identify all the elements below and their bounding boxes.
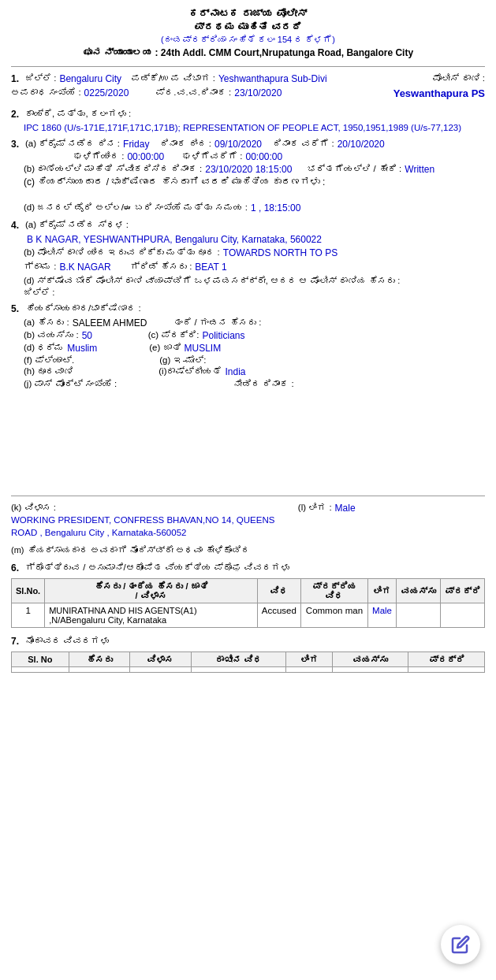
sec5d-label: (d) ಧರ್ಮ bbox=[24, 343, 64, 352]
s7-col-age: ವಯಸ್ಸು bbox=[333, 652, 408, 667]
section7-table: Sl. No ಹೆಸರು ವಿಳಾಸ ರಾಖೀನ ವಿಧ ಲಿಂಗ ವಯಸ್ಸು… bbox=[11, 651, 485, 673]
section6-table: Sl.No. ಹೆಸರು / ತಂದೆಯ ಹೆಸರು / ಜಾತಿ/ ವಿಳಾಸ… bbox=[11, 578, 485, 628]
sec1-num: 1. bbox=[11, 73, 19, 84]
sec3d-value: 1 , 18:15:00 bbox=[251, 202, 300, 213]
s7-col-type: ರಾಖೀನ ವಿಧ bbox=[191, 652, 286, 667]
col-gender: ಲಿಂಗ bbox=[368, 579, 397, 603]
sub-title: (ದಂಡಪ್ರಕ್ರಿಯಾ ಸಂಹಿತೆ ಕಲಂ 154 ರ ಕೆಳಗೆ) bbox=[11, 35, 485, 44]
divider-2 bbox=[11, 496, 485, 496]
sec4a-label: (a) ಕ್ರೈಮ್ ನಡೆದ ಸ್ಥಳ : bbox=[25, 220, 129, 229]
village-label: ಗ್ರಾಮ : bbox=[24, 262, 56, 271]
section-6: 6. ಗ್ರೊತ್ತಿರುವ / ಅಸುಮಾನಿ/ಆರೋಪಿತ ವ್ಯಕ್ತಿಯ… bbox=[11, 562, 485, 628]
sec7-heading: ನೊಂದಾವರ ವಿವರಗಳು bbox=[25, 636, 109, 645]
section6-header-row: Sl.No. ಹೆಸರು / ತಂದೆಯ ಹೆಸರು / ಜಾತಿ/ ವಿಳಾಸ… bbox=[12, 579, 485, 603]
fab-edit-button[interactable] bbox=[441, 925, 480, 964]
sec5b-label: (b) ವಯಸ್ಸು : bbox=[24, 330, 79, 340]
date-value: 23/10/2020 bbox=[234, 87, 282, 98]
division-value: Yeshwanthapura Sub-Divi bbox=[218, 73, 327, 84]
col-occ: ಪ್ರಕ್ರಿ bbox=[440, 579, 484, 603]
sec5f-label: (f) ಫ್ಲ್ಯಾಟ್. bbox=[24, 355, 74, 365]
date-label: ಪ್ರ.ವ.ವ.ದಿನಾಂಕ : bbox=[155, 87, 231, 97]
case-label: ಅಪರಾಧ ಸಂಖ್ಯೆ : bbox=[11, 87, 81, 97]
from-time-label: ಘಳಿಗೆಯಿಂದ : bbox=[74, 151, 124, 161]
sec3-num: 3. bbox=[11, 139, 19, 150]
section-1: 1. ಜಿಲ್ಲೆ : Bengaluru City ಪಡ್ಕೆ/ಉಪ ವಿಭಾ… bbox=[11, 73, 485, 99]
sec7-num: 7. bbox=[11, 636, 19, 647]
sec5h-label: (h) ದೂರವಾಣಿ bbox=[24, 366, 73, 376]
sec2-label: ಕಾಯ್ದೆ, ಪತ್ತು, ಕಲಂಗಳು : bbox=[25, 109, 131, 118]
sec6-num: 6. bbox=[11, 562, 19, 574]
col-type: ವಿಧ bbox=[257, 579, 300, 603]
col-slno: Sl.No. bbox=[12, 579, 45, 603]
from-date-label: ದಿನಾಂಕ ದಿಂದ : bbox=[160, 139, 211, 148]
to-time-value: 00:00:00 bbox=[246, 151, 283, 162]
s7-col-slno: Sl. No bbox=[12, 652, 69, 667]
nirgam-label: ನೀಡಿದ ದಿನಾಂಕ : bbox=[233, 379, 294, 388]
sec5-heading: ಹಿಯರ್ಸಾಯದಾರ/ಭಾಕ್ಷಿಣಾರ : bbox=[25, 303, 141, 313]
section7-header-row: Sl. No ಹೆಸರು ವಿಳಾಸ ರಾಖೀನ ವಿಧ ಲಿಂಗ ವಯಸ್ಸು… bbox=[12, 652, 485, 667]
sec3b-value: 23/10/2020 18:15:00 bbox=[205, 164, 292, 175]
divider-1 bbox=[11, 66, 485, 67]
sec5e-label: (e) ಜಾತಿ bbox=[149, 343, 181, 352]
sec3d-label: (d) ಜನರಲ್ ಡೈರಿ ಅಲ್ಲ/ಈ ಬರಿ ಸಂಖ್ಯೆ ಮತ್ತು ಸ… bbox=[24, 202, 248, 212]
sec4a-value: B K NAGAR, YESHWANTHPURA, Bengaluru City… bbox=[11, 234, 485, 245]
sec3a-label: (a) ಕ್ರೈಮ್ ನಡೆದ ದಿನ : bbox=[25, 139, 120, 148]
sec5k-label: (k) ವಿಳಾಸ : bbox=[11, 503, 56, 512]
col-name: ಹೆಸರು / ತಂದೆಯ ಹೆಸರು / ಜಾತಿ/ ವಿಳಾಸ bbox=[45, 579, 258, 603]
sec5-num: 5. bbox=[11, 303, 19, 314]
sec4b-value: TOWARDS NORTH TO PS bbox=[223, 247, 338, 258]
sec3c-label: (c) ಹಿಯರ್ಸಾಯದಾರ / ಭಾಕ್ಷಿಣಾರ ಹೆಸರಾಗಿ ವರದಿ… bbox=[11, 176, 485, 187]
s7-col-address: ವಿಳಾಸ bbox=[130, 652, 192, 667]
sec5j-label: (j) ಪಾಸ್ ಪೋರ್ಟ್ ಸಂಖ್ಯೆ : bbox=[24, 379, 117, 388]
s7-col-name: ಹೆಸರು bbox=[69, 652, 130, 667]
city-value: Bengaluru City bbox=[59, 73, 121, 84]
section-5-continued: (k) ವಿಳಾಸ : WORKING PRESIDENT, CONFRESS … bbox=[11, 503, 485, 555]
beat-label: ಗ್ರಿಡ್ ಹೆಸರು : bbox=[130, 262, 192, 271]
logo-text: ಕರ್ನಾಟಕ ರಾಜ್ಯ ಪೊಲೀಸ್ bbox=[11, 8, 485, 20]
sec5c-label: (c) ಪ್ರಕ್ರಿ: bbox=[148, 330, 200, 340]
from-date-value: 09/10/2020 bbox=[214, 139, 262, 150]
case-value: 0225/2020 bbox=[84, 87, 129, 98]
s7-col-occ: ಪ್ರಕ್ರಿ bbox=[408, 652, 485, 667]
sec5g-label: (g) ಇ-ಮೇಲ್: bbox=[159, 355, 206, 365]
section-3: 3. (a) ಕ್ರೈಮ್ ನಡೆದ ದಿನ : Friday ದಿನಾಂಕ ದ… bbox=[11, 139, 485, 213]
sec3-day: Friday bbox=[123, 139, 149, 150]
to-date-value: 20/10/2020 bbox=[338, 139, 385, 150]
sec5a-value: SALEEM AHMED bbox=[73, 317, 147, 329]
main-title: ಪ್ರಥಮ ಮಾಹಿತಿ ವರದಿ bbox=[11, 21, 485, 33]
sec2-num: 2. bbox=[11, 109, 19, 120]
ps-value: Yeswanthapura PS bbox=[393, 87, 485, 99]
sec4-num: 4. bbox=[11, 220, 19, 231]
table-row: 1 MUNIRATHNA AND HIS AGENTS(A1) ,N/ABeng… bbox=[12, 603, 485, 628]
father-label: ತಂದೆ / ಗಂಡನ ಹೆಸರು : bbox=[173, 317, 261, 327]
division-label: ಪಡ್ಕೆ/ಉಪ ವಿಭಾಗ : bbox=[131, 73, 215, 83]
sec6-heading: ಗ್ರೊತ್ತಿರುವ / ಅಸುಮಾನಿ/ಆರೋಪಿತ ವ್ಯಕ್ತಿಯ ಪ್… bbox=[25, 562, 289, 572]
from-time-value: 00:00:00 bbox=[127, 151, 164, 162]
section-4: 4. (a) ಕ್ರೈಮ್ ನಡೆದ ಸ್ಥಳ : B K NAGAR, YES… bbox=[11, 220, 485, 297]
beat-value: BEAT 1 bbox=[195, 262, 226, 273]
city-label: ಜಿಲ್ಲೆ : bbox=[25, 73, 56, 83]
section-7: 7. ನೊಂದಾವರ ವಿವರಗಳು Sl. No ಹೆಸರು ವಿಳಾಸ ರಾ… bbox=[11, 636, 485, 673]
edit-icon bbox=[451, 935, 470, 954]
section7-empty-row bbox=[12, 667, 485, 673]
to-time-label: ಘಳಿಗೆವರೆಗೆ : bbox=[183, 151, 242, 161]
sec5d-value: Muslim bbox=[67, 343, 130, 354]
ps-label: ಪೊಲೀಸ್ ಠಾಣಿ : bbox=[432, 73, 485, 83]
section-5: 5. ಹಿಯರ್ಸಾಯದಾರ/ಭಾಕ್ಷಿಣಾರ : (a) ಹೆಸರು : S… bbox=[11, 303, 485, 388]
col-age: ವಯಸ್ಸು bbox=[396, 579, 440, 603]
s7-col-gender: ಲಿಂಗ bbox=[286, 652, 333, 667]
section-2: 2. ಕಾಯ್ದೆ, ಪತ್ತು, ಕಲಂಗಳು : IPC 1860 (U/s… bbox=[11, 109, 485, 132]
sec4b-label: (b) ಪೊಲೀಸ್ ಠಾಣಿ ಯಿಂದ ಇರುವ ದಿಕ್ಕು ಮತ್ತು ದ… bbox=[24, 247, 220, 257]
sec5m-label: (m) ಹಿಯರ್ಸಾಯದಾರ ಅವರಾಗಿ ನೋಂದಿಸ್ಡ್ರೇ ಅಥವಾ … bbox=[11, 545, 485, 555]
page: ಕರ್ನಾಟಕ ರಾಜ್ಯ ಪೊಲೀಸ್ ಪ್ರಥಮ ಮಾಹಿತಿ ವರದಿ (… bbox=[0, 0, 496, 687]
sec5k-value: WORKING PRESIDENT, CONFRESS BHAVAN,NO 14… bbox=[11, 514, 292, 539]
sec5i-label: (i)ರಾಷ್ಟ್ರೀಯತೆ bbox=[158, 366, 222, 376]
sec3c-space bbox=[11, 190, 485, 202]
sec4d-value: ಜಿಲ್ಲೆ : bbox=[24, 288, 54, 297]
sec3b-label: (b) ಠಾಣೆಯಲ್ಲಿ ಮಾಹಿತಿ ಸ್ವೀಕರಿಸಿದ ದಿನಾಂಕ : bbox=[24, 164, 202, 173]
sec5l-value: Male bbox=[335, 503, 356, 514]
col-subtype: ಪ್ರಕ್ರಿಯ ವಿಧ bbox=[300, 579, 367, 603]
sec5a-label: (a) ಹೆಸರು : bbox=[24, 317, 69, 327]
sec5l-label: (l) ಲಿಂಗ : bbox=[298, 503, 332, 512]
sec5e-value: MUSLIM bbox=[185, 343, 222, 354]
